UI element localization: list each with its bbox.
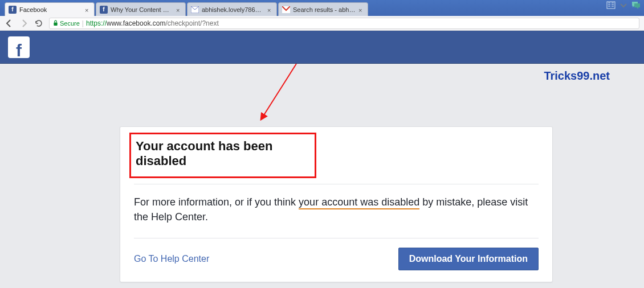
tab-close-icon[interactable]: × xyxy=(267,7,273,13)
tab-title: Search results - abhishek xyxy=(293,6,356,13)
disabled-account-card: Your account has been disabled For more … xyxy=(120,126,553,282)
facebook-favicon-icon: f xyxy=(9,6,17,14)
watermark-text: Tricks99.net xyxy=(544,69,610,83)
facebook-favicon-icon: f xyxy=(100,6,108,14)
chevron-down-icon[interactable] xyxy=(619,1,628,9)
facebook-logo-icon[interactable]: f xyxy=(8,36,30,58)
browser-tab-strip: f Facebook × f Why Your Content Was R × … xyxy=(0,0,644,16)
divider xyxy=(134,238,539,238)
body-text-underlined: your account was disabled xyxy=(299,196,419,209)
tab-title: Facebook xyxy=(19,6,83,13)
forward-button[interactable] xyxy=(19,19,28,28)
address-bar[interactable]: Secure | https://www.facebook.com/checkp… xyxy=(49,18,639,29)
card-actions: Go To Help Center Download Your Informat… xyxy=(134,248,539,270)
secure-indicator: Secure xyxy=(53,20,80,27)
page-body: Tricks99.net Your account has been disab… xyxy=(0,64,644,288)
tab-close-icon[interactable]: × xyxy=(358,7,364,13)
browser-tab[interactable]: Search results - abhishek × xyxy=(278,2,368,16)
facebook-logo-letter: f xyxy=(16,43,22,58)
lock-icon xyxy=(53,20,58,26)
url-scheme: https:// xyxy=(86,19,107,27)
separator: | xyxy=(82,19,84,27)
body-text-pre: For more information, or if you think xyxy=(134,196,299,208)
card-body: For more information, or if you think yo… xyxy=(134,195,539,224)
help-center-link[interactable]: Go To Help Center xyxy=(134,254,209,264)
facebook-header: f xyxy=(0,31,644,64)
extension-chat-icon[interactable] xyxy=(631,1,641,9)
divider xyxy=(134,184,539,184)
tab-title: abhishek.lovely786@yaho xyxy=(202,6,265,13)
download-info-button[interactable]: Download Your Information xyxy=(398,248,539,270)
extension-icons xyxy=(606,1,641,9)
tab-close-icon[interactable]: × xyxy=(85,7,91,13)
browser-tab[interactable]: f Why Your Content Was R × xyxy=(96,2,186,16)
svg-rect-3 xyxy=(54,23,57,26)
mail-favicon-icon xyxy=(191,6,199,14)
card-title: Your account has been disabled xyxy=(134,135,311,175)
tab-close-icon[interactable]: × xyxy=(176,7,182,13)
secure-label: Secure xyxy=(60,20,80,27)
url-host: www.facebook.com xyxy=(107,19,165,27)
browser-tab-active[interactable]: f Facebook × xyxy=(5,2,95,16)
url-text: https://www.facebook.com/checkpoint/?nex… xyxy=(86,19,219,27)
extension-expand-icon[interactable] xyxy=(606,1,616,9)
browser-tab[interactable]: abhishek.lovely786@yaho × xyxy=(187,2,277,16)
browser-toolbar: Secure | https://www.facebook.com/checkp… xyxy=(0,16,644,31)
url-path: /checkpoint/?next xyxy=(165,19,218,27)
back-button[interactable] xyxy=(5,19,14,28)
reload-button[interactable] xyxy=(34,19,43,28)
svg-line-4 xyxy=(261,64,296,120)
annotation-highlight-box: Your account has been disabled xyxy=(129,133,316,178)
gmail-favicon-icon xyxy=(282,6,290,14)
tab-title: Why Your Content Was R xyxy=(111,6,174,13)
